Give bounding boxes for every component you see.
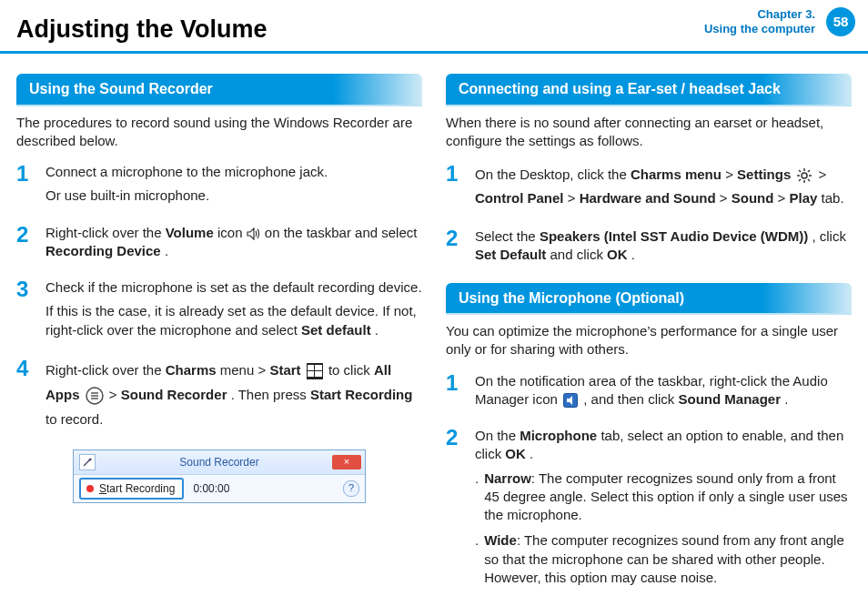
svg-rect-2 [315, 365, 322, 370]
text-bold: Speakers (Intel SST Audio Device (WDM)) [540, 228, 808, 244]
section-heading-sound-recorder: Using the Sound Recorder [16, 74, 422, 106]
page-number-badge: 58 [826, 7, 855, 36]
text: . [375, 322, 378, 338]
step-number: 1 [16, 163, 36, 211]
all-apps-icon [86, 387, 104, 405]
step4-text: Right-click over the Charms menu > Start… [45, 358, 422, 431]
chapter-block: Chapter 3. Using the computer 58 [704, 7, 855, 36]
bullet: . [475, 470, 479, 525]
window-titlebar: Sound Recorder × [74, 450, 365, 475]
windows-logo-icon [307, 363, 323, 379]
right-column: Connecting and using a Ear-set / headset… [446, 74, 852, 600]
text-bold: Recording Device [45, 243, 161, 258]
svg-line-16 [799, 170, 801, 172]
start-recording-label: Start Recording [99, 481, 175, 496]
option-narrow: . Narrow: The computer recognizes sound … [475, 470, 852, 525]
step-1: 1 Connect a microphone to the microphone… [16, 163, 422, 211]
mic-step-1: 1 On the notification area of the taskba… [446, 372, 852, 415]
record-dot-icon [86, 485, 94, 492]
window-title: Sound Recorder [74, 455, 365, 470]
text: : The computer recognizes sound from any… [484, 532, 844, 585]
intro-text: The procedures to record sound using the… [16, 114, 422, 151]
text: > [568, 190, 580, 206]
text: tart Recording [106, 482, 175, 495]
step-number: 4 [16, 358, 36, 437]
text-bold: OK [505, 446, 526, 461]
svg-line-17 [808, 179, 810, 181]
text-bold: Start Recording [310, 387, 413, 402]
step2-text: Right-click over the Volume icon on the … [45, 224, 422, 261]
text: on the taskbar and select [265, 225, 418, 240]
start-recording-button[interactable]: Start Recording [79, 478, 184, 500]
text: . [631, 247, 635, 262]
step-number: 2 [446, 227, 466, 270]
text: On the Desktop, click the [475, 167, 631, 182]
text: Select the [475, 228, 540, 244]
text-bold: Narrow [484, 470, 531, 486]
microphone-intro: You can optimize the microphone’s perfor… [446, 322, 852, 359]
text: , click [812, 228, 846, 244]
text: icon [217, 225, 247, 240]
recording-time: 0:00:00 [193, 481, 229, 496]
step-4: 4 Right-click over the Charms menu > Sta… [16, 358, 422, 437]
bullet: . [475, 531, 479, 587]
settings-gear-icon [796, 167, 812, 184]
text: > [725, 167, 737, 182]
help-button[interactable]: ? [343, 480, 359, 497]
volume-icon [247, 227, 261, 240]
chapter-text: Chapter 3. Using the computer [704, 7, 815, 35]
step1-line1: Connect a microphone to the microphone j… [45, 163, 422, 181]
text-bold: Sound Manager [678, 391, 781, 407]
audio-manager-icon [563, 393, 578, 408]
text-bold: Start [269, 362, 300, 378]
text-bold: Set Default [475, 247, 546, 262]
sound-recorder-window: Sound Recorder × Start Recording 0:00:00… [73, 449, 366, 503]
earset-intro: When there is no sound after connecting … [446, 114, 852, 151]
step3-line2: If this is the case, it is already set a… [45, 302, 422, 339]
option-wide: . Wide: The computer recognizes sound fr… [475, 531, 852, 587]
page-title: Adjusting the Volume [0, 13, 267, 51]
step-number: 3 [16, 278, 36, 345]
svg-rect-4 [315, 371, 322, 377]
left-column: Using the Sound Recorder The procedures … [16, 74, 422, 600]
text: . [530, 446, 533, 461]
text: tab. [822, 190, 844, 206]
text-bold: Settings [737, 167, 791, 182]
text: > [819, 167, 827, 182]
option-wide-text: Wide: The computer recognizes sound from… [484, 531, 852, 587]
step-3: 3 Check if the microphone is set as the … [16, 278, 422, 345]
text-bold: Sound Recorder [121, 387, 227, 402]
chapter-line2: Using the computer [704, 22, 815, 36]
step-number: 1 [446, 372, 466, 415]
mic-step2-text: On the Microphone tab, select an option … [475, 427, 852, 464]
svg-rect-1 [308, 365, 314, 370]
svg-rect-3 [308, 371, 314, 377]
text: > [778, 190, 790, 206]
text-bold: Wide [484, 532, 517, 548]
text: On the [475, 428, 520, 443]
text: and click [550, 247, 608, 262]
text: to click [328, 362, 374, 378]
text-bold: Charms [166, 362, 217, 378]
text-bold: Play [790, 190, 818, 206]
step-2: 2 Right-click over the Volume icon on th… [16, 224, 422, 267]
text-bold: Hardware and Sound [580, 190, 716, 206]
mic-step1-text: On the notification area of the taskbar,… [475, 372, 852, 409]
text: Right-click over the [45, 225, 166, 240]
earset-step2-text: Select the Speakers (Intel SST Audio Dev… [475, 227, 852, 265]
earset-step-2: 2 Select the Speakers (Intel SST Audio D… [446, 227, 852, 270]
earset-step1-text: On the Desktop, click the Charms menu > … [475, 163, 852, 209]
text: Right-click over the [45, 362, 166, 378]
option-narrow-text: Narrow: The computer recognizes sound on… [484, 470, 852, 525]
mic-step-2: 2 On the Microphone tab, select an optio… [446, 427, 852, 594]
text: , and then click [583, 391, 678, 407]
text-bold: OK [607, 247, 628, 262]
step-number: 2 [16, 224, 36, 267]
text: > [109, 387, 121, 402]
step1-line2: Or use built-in microphone. [45, 187, 422, 205]
text: . [165, 243, 168, 258]
svg-line-19 [808, 170, 810, 172]
section-heading-earset: Connecting and using a Ear-set / headset… [446, 74, 852, 106]
svg-point-11 [802, 173, 807, 178]
page-header: Adjusting the Volume Chapter 3. Using th… [0, 0, 868, 54]
